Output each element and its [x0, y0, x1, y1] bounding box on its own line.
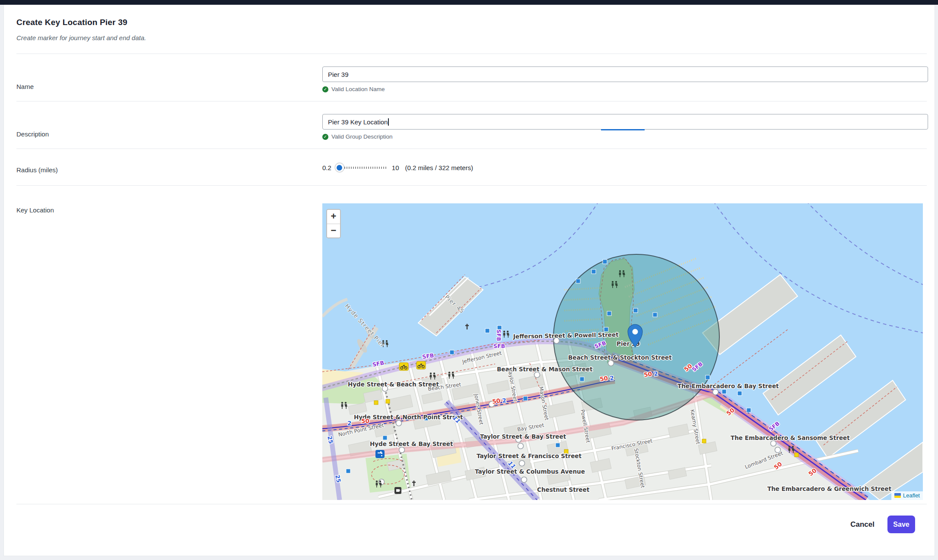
check-circle-icon: ✓: [322, 134, 328, 140]
map-label: 50: [643, 370, 652, 378]
name-row: Name Pier 39 ✓ Valid Location Name: [16, 54, 927, 101]
description-input-value: Pier 39 Key Location: [328, 118, 388, 126]
radius-min-value: 0.2: [322, 164, 331, 171]
radius-detail-text: (0.2 miles / 322 meters): [405, 164, 474, 171]
map-label: The Embarcadero & Sansome Street: [731, 434, 850, 441]
description-validation-text: Valid Group Description: [331, 133, 393, 140]
slider-thumb[interactable]: [335, 163, 344, 172]
map-label: SFB: [496, 329, 502, 341]
create-key-location-panel: Create Key Location Pier 39 Create marke…: [3, 5, 935, 556]
map-label: Taylor Street & Columbus Avenue: [475, 468, 585, 475]
name-input[interactable]: Pier 39: [322, 66, 928, 82]
page-title: Create Key Location Pier 39: [16, 5, 927, 27]
text-caret: [388, 118, 389, 126]
input-focus-underline: [601, 129, 645, 130]
map-label: 50: [492, 397, 501, 405]
leaflet-link[interactable]: Leaflet: [903, 492, 920, 499]
zoom-out-button[interactable]: −: [327, 224, 340, 237]
map-zoom-control: + −: [326, 209, 341, 238]
cancel-button[interactable]: Cancel: [850, 520, 874, 529]
radius-slider[interactable]: [336, 163, 387, 172]
name-validation-text: Valid Location Name: [331, 86, 385, 92]
map-label: SFB: [493, 343, 505, 349]
map-canvas[interactable]: Jefferson Street & Powell StreetBeach St…: [322, 203, 923, 500]
name-input-value: Pier 39: [328, 71, 349, 78]
radius-max-value: 10: [392, 164, 399, 171]
key-location-row: Key Location: [16, 185, 927, 504]
top-navigation-bar: [0, 0, 938, 5]
ukraine-flag-icon: [894, 493, 901, 498]
radius-row: Radius (miles) 0.2 10 (0.2 miles / 322 m…: [16, 149, 927, 185]
description-input[interactable]: Pier 39 Key Location: [322, 114, 928, 130]
map-label: The Embarcadero & Greenwich Street: [767, 485, 892, 492]
map-label: 50: [361, 418, 369, 424]
description-row: Description Pier 39 Key Location ✓ Valid…: [16, 101, 927, 149]
map-label: Beach Street & Stockton Street: [568, 354, 672, 361]
map-label: 2: [347, 420, 351, 427]
key-location-label: Key Location: [16, 203, 322, 500]
map-label: Taylor Street & Bay Street: [480, 433, 566, 440]
description-validation: ✓ Valid Group Description: [322, 133, 927, 140]
check-circle-icon: ✓: [322, 86, 328, 92]
map-label: Hyde Street & North Point Street: [354, 414, 463, 421]
map-label: Hyde Street & Bay Street: [370, 440, 453, 447]
zoom-in-button[interactable]: +: [327, 210, 340, 224]
radius-label: Radius (miles): [16, 163, 322, 174]
map-label: The Embarcadero & Bay Street: [677, 383, 779, 389]
cafe-icon: [394, 487, 401, 494]
form-footer: Cancel Save: [16, 504, 927, 533]
description-label: Description: [16, 114, 322, 140]
map-attribution: Leaflet: [891, 491, 923, 500]
name-label: Name: [16, 66, 322, 92]
save-button[interactable]: Save: [887, 516, 915, 533]
map-label: 50: [599, 375, 608, 383]
leaflet-map[interactable]: Jefferson Street & Powell StreetBeach St…: [322, 203, 923, 500]
map-label: Taylor Street & Francisco Street: [477, 452, 582, 459]
name-validation: ✓ Valid Location Name: [322, 86, 927, 92]
map-label: Hyde Street & Beach Street: [348, 381, 439, 388]
drinking-water-icon: [375, 450, 385, 458]
map-label: Chestnut Street: [537, 486, 590, 493]
page-subtitle: Create marker for journey start and end …: [16, 34, 927, 41]
